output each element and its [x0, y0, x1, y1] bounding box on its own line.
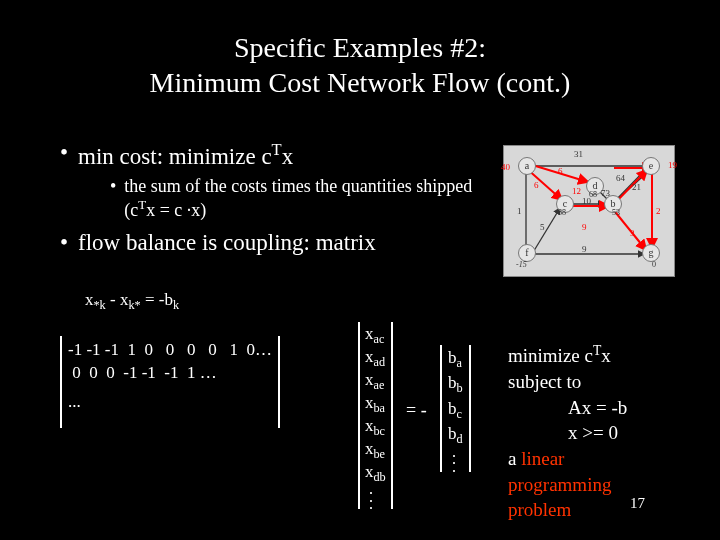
b-b: b: [457, 382, 463, 396]
title-line-2: Minimum Cost Network Flow (cont.): [150, 67, 571, 98]
balance-mid2: = -b: [141, 290, 173, 309]
balance-pre: x: [85, 290, 94, 309]
lp-red-programming: programming: [508, 474, 611, 495]
b-vdots: ...: [448, 448, 463, 470]
label-c-by: 88: [558, 208, 566, 217]
x-ae: ae: [374, 379, 385, 393]
balance-mid: - x: [106, 290, 129, 309]
x-ac: ac: [374, 332, 385, 346]
b-a: a: [457, 356, 462, 370]
vector-b: ba bb bc bd ...: [440, 345, 471, 472]
lp-min-post: x: [601, 345, 611, 366]
x-db: db: [374, 471, 386, 485]
title-line-1: Specific Examples #2:: [234, 32, 486, 63]
x-bc: bc: [374, 425, 386, 439]
balance-s1: *k: [94, 298, 106, 312]
matrix-a: -1 -1 -1 1 0 0 0 0 1 0… 0 0 0 -1 -1 -1 1…: [60, 336, 345, 428]
label-b-by: 53: [612, 208, 620, 217]
label-fc: 5: [540, 222, 545, 232]
label-a-in: 40: [501, 162, 510, 172]
lp-a-article: a: [508, 448, 521, 469]
label-f-val: -15: [516, 260, 527, 269]
label-e-out: 19: [668, 160, 677, 170]
label-af: 1: [517, 206, 522, 216]
label-cb: 10: [582, 196, 591, 206]
label-eb: 64: [616, 173, 625, 183]
label-ac: 6: [534, 180, 539, 190]
balance-s3: k: [173, 298, 179, 312]
label-g-val: 0: [652, 260, 656, 269]
bullet1-text-pre: min cost: minimize c: [78, 144, 272, 169]
bullet2-text: flow balance is coupling: matrix: [78, 230, 376, 256]
label-cb-bot: 9: [582, 222, 587, 232]
lp-xge: x >= 0: [508, 420, 627, 446]
x-be: be: [374, 448, 386, 462]
balance-s2: k*: [128, 298, 140, 312]
network-graph: a d e c b f g 40 31 19 6 6 12 68 64 73 2…: [503, 145, 675, 277]
matrix-a-row-2: 0 0 0 -1 -1 -1 1 …: [68, 362, 272, 385]
sub1-post: x = c ·x): [146, 200, 206, 220]
bullet1-text-post: x: [282, 144, 294, 169]
lp-subject-to: subject to: [508, 369, 627, 395]
label-fg: 9: [582, 244, 587, 254]
bullet-flow-balance: flow balance is coupling: matrix: [60, 230, 490, 256]
label-ad: 6: [558, 166, 563, 176]
lp-ax: Ax = -b: [508, 395, 627, 421]
node-g: g: [642, 244, 660, 262]
page-number: 17: [630, 495, 645, 512]
b-c: c: [457, 407, 462, 421]
label-ae: 31: [574, 149, 583, 159]
x-vdots: ...: [365, 485, 386, 507]
vector-x: xac xad xae xba xbc xbe xdb ...: [358, 322, 393, 509]
label-be: 21: [632, 182, 641, 192]
label-ad2: 12: [572, 186, 581, 196]
bullet-min-cost: min cost: minimize cTx: [60, 140, 490, 170]
matrix-a-row-1: -1 -1 -1 1 0 0 0 0 1 0…: [68, 339, 272, 362]
lp-red-linear: linear: [521, 448, 564, 469]
x-ba: ba: [374, 402, 386, 416]
node-a: a: [518, 157, 536, 175]
equals-negative: = -: [406, 400, 427, 421]
svg-line-5: [532, 208, 560, 254]
matrix-a-row-3: ...: [68, 391, 272, 414]
lp-red-problem: problem: [508, 499, 571, 520]
label-eg: 2: [656, 206, 661, 216]
label-db: 73: [601, 188, 610, 198]
balance-equation: x*k - xk* = -bk: [85, 290, 179, 313]
label-bg: 3: [630, 228, 635, 238]
subbullet-sum-costs: the sum of the costs times the quantitie…: [110, 176, 490, 222]
node-e: e: [642, 157, 660, 175]
lp-formulation: minimize cTx subject to Ax = -b x >= 0 a…: [508, 342, 627, 523]
bullet1-sup: T: [272, 140, 282, 159]
b-d: d: [457, 432, 463, 446]
x-ad: ad: [374, 355, 386, 369]
lp-min-pre: minimize c: [508, 345, 593, 366]
